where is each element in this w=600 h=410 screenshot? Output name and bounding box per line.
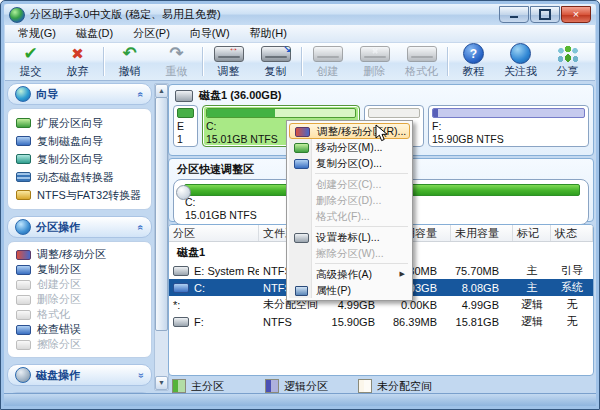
disk-drive-icon [175, 90, 193, 102]
disk-icon [16, 118, 31, 128]
sidebar-item-create-partition: 创建分区 [11, 277, 148, 292]
maximize-button[interactable] [530, 6, 560, 23]
menu-help[interactable]: 帮助(H) [241, 25, 296, 42]
sidebar-item-extend-partition-wizard[interactable]: 扩展分区向导 [11, 114, 148, 132]
menu-item-move-partition[interactable]: 移动分区(M)... [289, 139, 410, 155]
format-disk-icon [407, 46, 437, 62]
menu-partition[interactable]: 分区(P) [124, 25, 179, 42]
menu-item-copy-partition[interactable]: 复制分区(O)... [289, 155, 410, 171]
sidebar-item-copy-partition[interactable]: 复制分区 [11, 262, 148, 277]
chevron-up-icon: « [136, 91, 147, 97]
sidebar-item-check-errors[interactable]: 检查错误 [11, 322, 148, 337]
tutorial-button[interactable]: ? 教程 [450, 43, 497, 80]
move-partition-icon [294, 143, 309, 153]
maximize-icon [539, 9, 551, 20]
undo-arrow-icon: ↶ [122, 45, 136, 62]
menu-bar: 常规(G) 磁盘(D) 分区(P) 向导(W) 帮助(H) [5, 25, 595, 43]
legend-unallocated: 未分配空间 [358, 379, 451, 394]
close-button[interactable]: × [561, 6, 591, 23]
set-label-icon [294, 233, 309, 243]
partition-box-f[interactable]: F: 15.90GB NTFS [428, 105, 589, 147]
menu-disk[interactable]: 磁盘(D) [67, 25, 122, 42]
col-status: 状态 [551, 225, 593, 241]
legend: 主分区 逻辑分区 未分配空间 [172, 378, 594, 394]
toolbar: ✔ 提交 ✖ 放弃 ↶ 撤销 ↷ 重做 ↔ 调整 ↘ 复制 创建 [5, 43, 595, 81]
delete-button: ✖ 删除 [351, 43, 398, 80]
mouse-cursor-icon [375, 124, 388, 143]
scroll-up-icon[interactable]: ▲ [155, 84, 168, 98]
section-header-partition-ops[interactable]: 分区操作 « [7, 216, 152, 238]
app-window: 分区助手3.0中文版 (稳定、易用且免费) × 常规(G) 磁盘(D) 分区(P… [0, 0, 600, 410]
stacked-disks-icon [16, 172, 31, 182]
follow-me-button[interactable]: 关注我 [497, 43, 544, 80]
copy-button[interactable]: ↘ 复制 [252, 43, 299, 80]
copy-partition-icon [294, 159, 309, 169]
resize-button[interactable]: ↔ 调整 [205, 43, 252, 80]
menu-general[interactable]: 常规(G) [9, 25, 65, 42]
discard-button[interactable]: ✖ 放弃 [54, 43, 101, 80]
menu-item-format: 格式化(F)... [289, 208, 410, 224]
menu-item-advanced-ops[interactable]: 高级操作(A) ▶ [289, 266, 410, 282]
toolbar-separator [202, 47, 203, 76]
wizard-globe-icon [15, 86, 31, 102]
follow-globe-icon [510, 43, 531, 64]
partition-ops-icon [15, 219, 31, 235]
copy-disk-icon: ↘ [261, 46, 291, 62]
legend-primary: 主分区 [172, 379, 265, 394]
disk-icon [16, 136, 31, 146]
title-bar[interactable]: 分区助手3.0中文版 (稳定、易用且免费) × [4, 4, 596, 25]
resize-handle[interactable] [176, 185, 191, 200]
close-icon: × [573, 9, 579, 20]
menu-wizard[interactable]: 向导(W) [181, 25, 239, 42]
menu-item-properties[interactable]: 属性(P) [289, 282, 410, 298]
sidebar-section-wizards: 向导 « 扩展分区向导 复制磁盘向导 复制分区向导 [7, 83, 152, 210]
minimize-button[interactable] [499, 6, 529, 23]
app-logo-icon [9, 7, 25, 23]
sidebar-item-ntfs-fat32-converter[interactable]: NTFS与FAT32转换器 [11, 186, 148, 204]
sidebar-item-copy-disk-wizard[interactable]: 复制磁盘向导 [11, 132, 148, 150]
section-header-wizards[interactable]: 向导 « [7, 83, 152, 105]
menu-item-resize-move-partition[interactable]: 调整/移动分区(R)... [289, 123, 410, 139]
scroll-down-icon[interactable]: ▼ [155, 376, 168, 390]
sidebar-item-dynamic-disk-converter[interactable]: 动态磁盘转换器 [11, 168, 148, 186]
usage-bar [206, 108, 356, 118]
properties-icon [295, 286, 308, 296]
partition-context-menu: 调整/移动分区(R)... 移动分区(M)... 复制分区(O)... 创建分区… [286, 120, 413, 301]
sidebar-item-wipe-partition: 擦除分区 [11, 337, 148, 352]
section-header-disk-ops[interactable]: 磁盘操作 « [7, 364, 152, 386]
sidebar: 向导 « 扩展分区向导 复制磁盘向导 复制分区向导 [7, 83, 152, 393]
logical-color-swatch [265, 379, 279, 393]
disk-title: 磁盘1 (36.00GB) [199, 88, 282, 103]
sidebar-section-partition-ops: 分区操作 « 调整/移动分区 复制分区 创建分区 [7, 216, 152, 358]
sidebar-item-resize-move-partition[interactable]: 调整/移动分区 [11, 247, 148, 262]
share-button[interactable]: 分享 [544, 43, 591, 80]
partition-box-e[interactable]: E 1 [173, 105, 198, 147]
status-bar [4, 393, 596, 406]
sidebar-scrollbar[interactable]: ▲ ▼ [154, 83, 169, 391]
chevron-up-icon: « [136, 224, 147, 230]
sidebar-item-copy-partition-wizard[interactable]: 复制分区向导 [11, 150, 148, 168]
primary-color-swatch [172, 379, 186, 393]
resize-disk-icon: ↔ [214, 46, 244, 62]
format-button: 格式化 [398, 43, 445, 80]
toolbar-separator [103, 47, 104, 76]
gear-icon [15, 367, 31, 383]
disk-icon [16, 280, 31, 290]
col-unused: 未用容量 [451, 225, 513, 241]
redo-arrow-icon: ↷ [169, 45, 183, 62]
menu-separator [315, 263, 408, 264]
commit-button[interactable]: ✔ 提交 [7, 43, 54, 80]
unallocated-color-swatch [358, 379, 372, 393]
menu-item-delete-partition: 删除分区(D)... [289, 192, 410, 208]
disk-star-icon [16, 190, 31, 200]
undo-button[interactable]: ↶ 撤销 [106, 43, 153, 80]
usage-bar [177, 108, 194, 118]
disk-icon [173, 266, 189, 276]
menu-item-set-label[interactable]: 设置卷标(L)... [289, 229, 410, 245]
commit-check-icon: ✔ [23, 45, 37, 62]
table-row-f[interactable]: F: NTFS 15.90GB 86.39MB 15.81GB 逻辑 无 [169, 313, 593, 330]
scrollbar-thumb[interactable] [155, 97, 168, 331]
create-disk-icon [313, 46, 343, 62]
disk-icon [16, 325, 31, 335]
redo-button: ↷ 重做 [153, 43, 200, 80]
